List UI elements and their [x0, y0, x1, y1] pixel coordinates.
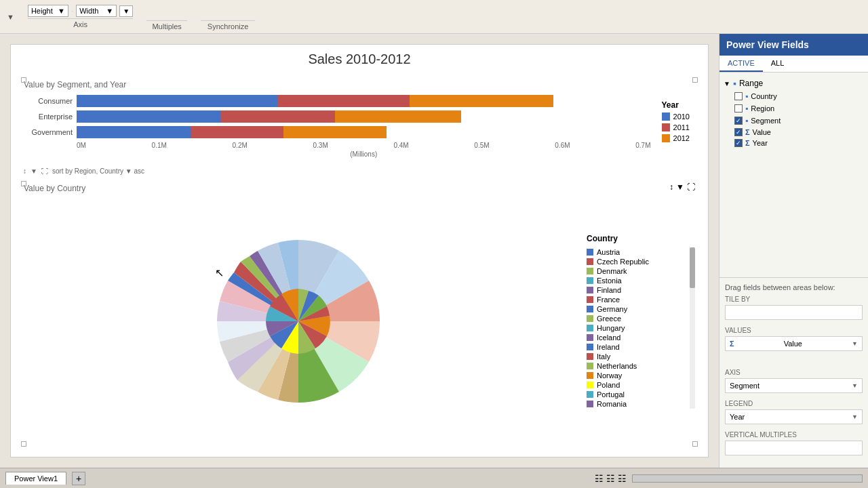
axis-drop[interactable]: Segment ▼	[725, 378, 863, 393]
year-label: Year	[753, 139, 768, 147]
fields-tree: ▼ ▪ Range ▪ Country ▪ Region ✓ ▪ Segment	[719, 73, 868, 277]
country-dot	[587, 268, 593, 274]
axis-arrow[interactable]: ▼	[852, 382, 858, 389]
country-dot	[587, 353, 593, 360]
table-row: Consumer	[24, 95, 651, 107]
country-name: Finland	[597, 286, 621, 294]
pie-chart-section[interactable]: Value by Country	[18, 178, 701, 450]
values-arrow[interactable]: ▼	[852, 340, 858, 347]
tab-all[interactable]: ALL	[763, 56, 793, 72]
list-item: Greece	[587, 314, 695, 323]
government-2011-bar	[191, 126, 283, 138]
tree-item-country: ▪ Country	[724, 90, 864, 102]
bar-chart-title: Value by Segment, and Year	[24, 80, 695, 89]
multiples-label: Multiples	[146, 20, 187, 30]
pie-corner-bl	[21, 441, 26, 447]
chart-container: Sales 2010-2012 Value by Segment, and Ye…	[10, 44, 709, 458]
add-sheet-button[interactable]: +	[72, 472, 85, 485]
sheet-tab[interactable]: Power View1	[5, 472, 66, 485]
horizontal-scrollbar[interactable]	[632, 474, 863, 483]
axis-area-label: AXIS	[725, 369, 863, 376]
country-dot	[587, 382, 593, 388]
country-legend-list[interactable]: Austria Czech Republic Denmark Estonia F…	[587, 247, 695, 409]
expand-icon-pie[interactable]: ⛶	[687, 182, 695, 192]
consumer-bar-track[interactable]	[77, 95, 651, 107]
detail-view-icon[interactable]: ☷	[618, 473, 627, 484]
country-name: Portugal	[597, 390, 625, 399]
country-name: Czech Republic	[597, 258, 649, 266]
height-arrow: ▼	[58, 7, 65, 15]
country-dot	[587, 344, 593, 350]
toolbar: ▼ Height ▼ · Width ▼ ▼ Axis Multiples Sy…	[0, 0, 868, 34]
width-arrow: ▼	[106, 7, 113, 15]
axis-separator: ·	[71, 6, 73, 16]
view-icons: ☷ ☷ ☷	[595, 473, 627, 484]
toolbar-label-1: ▼	[7, 13, 14, 21]
consumer-2010-bar	[77, 95, 277, 107]
values-drop[interactable]: Σ Value ▼	[725, 336, 863, 351]
list-item: Denmark	[587, 266, 695, 276]
bar-rows: Consumer Enterprise	[24, 95, 651, 159]
drag-label: Drag fields between areas below:	[725, 283, 863, 291]
filter-icon-pie[interactable]: ▼	[676, 182, 684, 192]
tree-item-year: ✓ Σ Year	[724, 138, 864, 148]
country-name: Netherlands	[597, 362, 637, 370]
pie-chart-svg[interactable]	[203, 226, 393, 416]
legend-drop[interactable]: Year ▼	[725, 409, 863, 424]
country-checkbox[interactable]	[734, 92, 743, 100]
range-icon: ▪	[733, 78, 736, 89]
grid-view-icon[interactable]: ☷	[595, 473, 604, 484]
country-dot	[587, 296, 593, 303]
fields-panel: Power View Fields ACTIVE ALL ▼ ▪ Range ▪…	[719, 34, 868, 468]
axis-0m: 0M	[77, 142, 86, 149]
table-row: Enterprise	[24, 110, 651, 123]
legend-arrow[interactable]: ▼	[852, 413, 858, 420]
power-view-canvas[interactable]: Sales 2010-2012 Value by Segment, and Ye…	[0, 34, 719, 468]
value-label: Value	[753, 128, 771, 136]
consumer-2011-bar	[277, 95, 410, 107]
sort-icon-pie[interactable]: ↕	[669, 182, 673, 192]
axis-01m: 0.1M	[152, 142, 167, 149]
expand-arrow[interactable]: ▼	[724, 80, 730, 87]
values-extra-drop[interactable]	[725, 351, 863, 362]
list-item: Italy	[587, 352, 695, 361]
list-item: Norway	[587, 371, 695, 380]
country-name: Denmark	[597, 267, 627, 275]
status-right: ☷ ☷ ☷	[595, 473, 863, 484]
value-checkbox[interactable]: ✓	[734, 128, 743, 136]
bar-chart-section[interactable]: Value by Segment, and Year Consumer	[18, 74, 701, 165]
legend-scrollbar[interactable]	[690, 247, 695, 409]
country-legend-title: Country	[587, 234, 695, 243]
axis-row: 0M 0.1M 0.2M 0.3M 0.4M 0.5M 0.6M 0.7M	[77, 142, 651, 149]
bar-chart-area: Consumer Enterprise	[24, 95, 695, 159]
legend-scrollbar-thumb[interactable]	[690, 247, 695, 288]
list-view-icon[interactable]: ☷	[606, 473, 615, 484]
status-bar: Power View1 + ☷ ☷ ☷	[0, 468, 868, 488]
legend-value: Year	[730, 413, 745, 421]
legend-area-label: LEGEND	[725, 400, 863, 407]
region-checkbox[interactable]	[734, 104, 743, 113]
country-label: Country	[751, 92, 777, 100]
height-dropdown[interactable]: Height ▼	[28, 5, 68, 17]
values-value: Value	[784, 340, 802, 348]
segment-label: Segment	[751, 117, 781, 125]
enterprise-bar-track[interactable]	[77, 110, 651, 123]
list-item: Czech Republic	[587, 257, 695, 266]
year-sigma-icon: Σ	[745, 139, 750, 147]
country-name: Poland	[597, 381, 620, 389]
dropdown-extra[interactable]: ▼	[119, 5, 133, 17]
tab-active[interactable]: ACTIVE	[719, 56, 763, 72]
axis-06m: 0.6M	[555, 142, 570, 149]
pie-chart-title: Value by Country	[24, 184, 695, 193]
segment-checkbox[interactable]: ✓	[734, 117, 743, 125]
toolbar-group-axis: Height ▼ · Width ▼ ▼ Axis	[28, 5, 133, 28]
government-bar-track[interactable]	[77, 126, 651, 138]
year-legend: Year 2010 2011 2012	[656, 95, 695, 159]
vertical-multiples-drop[interactable]	[725, 441, 863, 455]
year-checkbox[interactable]: ✓	[734, 139, 743, 147]
tile-by-drop[interactable]	[725, 305, 863, 320]
width-dropdown[interactable]: Width ▼	[76, 5, 117, 17]
legend-label-2011: 2011	[673, 123, 690, 131]
segment-field-icon: ▪	[745, 116, 748, 125]
list-item: France	[587, 295, 695, 304]
